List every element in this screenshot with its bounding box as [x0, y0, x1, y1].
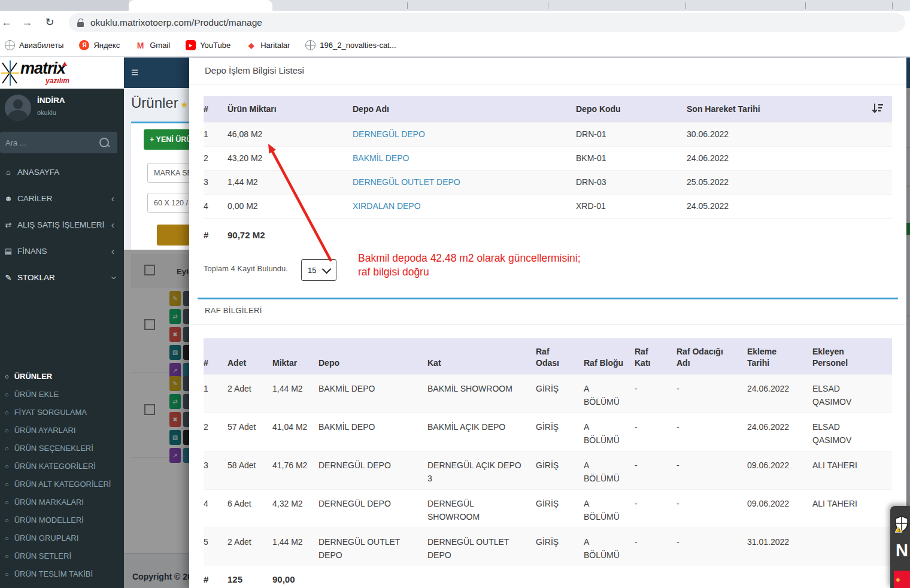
new-product-button[interactable]: + YENİ ÜRÜ	[144, 129, 189, 150]
delete-icon[interactable]: ✖	[169, 412, 181, 427]
back-icon[interactable]: ←	[0, 14, 14, 30]
sidebar-menu-item[interactable]: CARİLER ‹	[0, 186, 124, 212]
cell-raf-kati: -	[635, 413, 677, 434]
sort-icon[interactable]	[872, 102, 884, 114]
sidebar-submenu-item[interactable]: ○ ÜRÜN TESLİM TAKİBİ	[0, 565, 124, 583]
page-title: Ürünler	[131, 95, 178, 111]
cell-depo: BAKMİL DEPO	[318, 413, 427, 434]
reload-icon[interactable]: ↻	[42, 14, 57, 30]
sidebar: İNDİRA okuklu Ara ... ANASAYFA CARİLER ‹	[0, 89, 124, 588]
bookmark-item[interactable]: YouTube	[186, 40, 230, 50]
forward-icon[interactable]: →	[19, 14, 35, 30]
cell-depo: DERNEGÜL DEPO	[318, 451, 427, 472]
sidebar-submenu-item[interactable]: ○ ÜRÜN SETLERİ	[0, 547, 124, 565]
sidebar-menu-item[interactable]: FİNANS ‹	[0, 238, 124, 265]
action-icon[interactable]	[183, 448, 189, 463]
sidebar-submenu-item[interactable]: ○ FİYAT SORGULAMA	[0, 404, 124, 422]
bookmark-item[interactable]: 196_2_novalties-cat...	[305, 40, 396, 50]
cell-code: BKM-01	[576, 147, 687, 170]
action-icon[interactable]	[183, 430, 189, 445]
matrix-logo-icon	[1, 60, 19, 86]
submenu-label: ÜRÜN AYARLARI	[14, 422, 76, 440]
depot-table-body: 1 46,08 M2 DERNEGÜL DEPO DRN-01 30.06.20…	[204, 122, 892, 219]
bookmark-label: 196_2_novalties-cat...	[320, 41, 396, 50]
address-bar[interactable]: okuklu.matrixotoerp.com/Product/manage	[69, 13, 905, 32]
depot-link[interactable]: DERNEGÜL DEPO	[353, 129, 425, 139]
raf-col-header: Adet	[228, 357, 272, 374]
svg-text:!: !	[899, 528, 900, 533]
edit-icon[interactable]: ✎	[169, 291, 181, 306]
submenu-label: FİYAT SORGULAMA	[14, 404, 87, 422]
inactive-tab-region[interactable]	[0, 0, 129, 11]
sidebar-menu-item[interactable]: ANASAYFA	[0, 159, 124, 186]
edit-icon[interactable]: ✎	[169, 376, 181, 391]
delete-icon[interactable]: ✖	[169, 327, 181, 342]
cell-code: DRN-01	[576, 123, 687, 146]
brand-filter-input[interactable]: MARKA SE	[147, 163, 189, 183]
filter-button[interactable]	[157, 225, 189, 245]
transfer-icon[interactable]: ⇄	[169, 309, 181, 324]
depot-link[interactable]: XIRDALAN DEPO	[353, 201, 421, 211]
page-size-select[interactable]: 15	[301, 259, 336, 281]
row-checkbox[interactable]	[144, 319, 155, 330]
submenu-label: ÜRÜN EKLE	[14, 386, 59, 404]
sidebar-submenu-item[interactable]: ○ ÜRÜN MARKALARI	[0, 493, 124, 511]
hamburger-icon[interactable]: ≡	[131, 65, 138, 80]
bookmark-item[interactable]: Haritalar	[246, 40, 290, 50]
action-icon[interactable]	[183, 291, 189, 306]
sidebar-menu-item[interactable]: ALIŞ SATIŞ İŞLEMLERİ ‹	[0, 212, 124, 238]
security-popup[interactable]: ! N ◈	[890, 506, 910, 588]
cell-adet: 2 Adet	[228, 375, 272, 395]
depot-link[interactable]: BAKMİL DEPO	[353, 153, 409, 163]
share-icon[interactable]: ↗	[169, 448, 181, 463]
cell-kat: DERNEGÜL AÇIK DEPO 3	[427, 451, 536, 485]
select-all-checkbox[interactable]	[144, 265, 155, 275]
col-header-qty: Ürün Miktarı	[228, 96, 353, 122]
action-icon[interactable]	[183, 309, 189, 324]
bookmark-label: Gmail	[150, 41, 170, 50]
sidebar-logo-area[interactable]: matrix yazılım	[0, 57, 124, 89]
sidebar-submenu-item[interactable]: ○ ÜRÜN SEÇENEKLERİ	[0, 440, 124, 457]
depot-link[interactable]: DERNEGÜL OUTLET DEPO	[353, 177, 460, 187]
sidebar-submenu-item[interactable]: ○ ÜRÜN EKLE	[0, 386, 124, 404]
divider	[189, 324, 906, 325]
browser-toolbar: ← → ↻ okuklu.matrixotoerp.com/Product/ma…	[0, 11, 910, 34]
size-filter-input[interactable]: 60 X 120 /	[147, 193, 189, 213]
sidebar-submenu-item[interactable]: ○ ÜRÜN AYARLARI	[0, 422, 124, 440]
logo-text: matrix	[20, 59, 65, 78]
sidebar-search-input[interactable]: Ara ...	[0, 132, 117, 153]
favorite-star-icon[interactable]: ★	[180, 99, 188, 110]
bookmark-item[interactable]: Авиабилеты	[5, 40, 63, 50]
action-icon[interactable]	[183, 412, 189, 427]
depot-total-value: 90,72 M2	[228, 230, 353, 240]
transfer-icon[interactable]: ⇄	[169, 394, 181, 409]
row-checkbox[interactable]	[144, 404, 155, 415]
cell-raf-odasi: GİRİŞ	[536, 490, 584, 510]
search-icon[interactable]	[99, 138, 109, 147]
sidebar-submenu-item[interactable]: ○ ÜRÜN KATEGORİLERİ	[0, 457, 124, 475]
raf-col-header: Miktar	[272, 357, 318, 374]
image-icon[interactable]: ▨	[169, 345, 181, 360]
cell-depo: BAKMİL DEPO	[318, 375, 427, 395]
action-icon[interactable]	[183, 394, 189, 409]
bookmark-item[interactable]: Gmail	[135, 40, 170, 50]
bookmark-item[interactable]: Яндекс	[79, 40, 120, 50]
avatar	[5, 95, 31, 121]
raf-col-header: RafOdası	[536, 346, 584, 374]
popup-red-badge[interactable]: ◈	[894, 571, 910, 588]
sidebar-menu-item[interactable]: STOKLAR ‹	[0, 265, 124, 291]
sidebar-submenu-item[interactable]: ○ ÜRÜN ALT KATEGORİLERİ	[0, 475, 124, 493]
image-icon[interactable]: ▨	[169, 430, 181, 445]
action-icon[interactable]	[183, 345, 189, 360]
sidebar-submenu-item[interactable]: ○ ÜRÜN GRUPLARI	[0, 529, 124, 547]
sidebar-menu: ANASAYFA CARİLER ‹ ALIŞ SATIŞ İŞLEMLERİ …	[0, 159, 124, 291]
sidebar-submenu-item[interactable]: ○ ÜRÜN MODELLERİ	[0, 511, 124, 529]
tab-separator	[548, 2, 548, 9]
sidebar-submenu-item[interactable]: ○ ÜRÜNLER	[0, 368, 124, 386]
cell-miktar: 1,44 M2	[272, 375, 318, 395]
sidebar-submenu-item[interactable]: ○ ÜRÜN EŞLEŞTİR	[0, 583, 124, 588]
action-icon[interactable]	[183, 376, 189, 391]
circle-icon: ○	[5, 475, 9, 493]
active-tab[interactable]	[129, 0, 272, 11]
action-icon[interactable]	[183, 327, 189, 342]
